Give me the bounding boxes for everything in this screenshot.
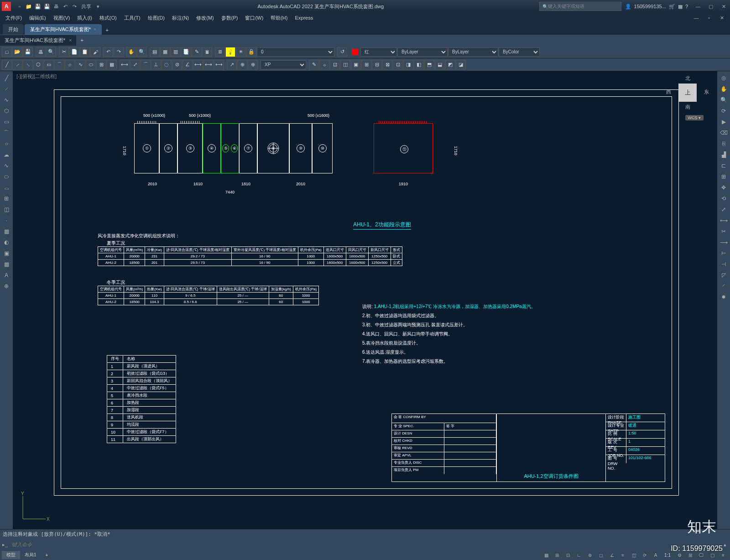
status-otrack-icon[interactable]: ∠ — [607, 551, 617, 559]
tool-dim-baseline-icon[interactable]: ⟷ — [203, 60, 214, 70]
pal-pline-icon[interactable]: ∿ — [1, 95, 11, 105]
tool-properties-icon[interactable]: ▤ — [150, 47, 160, 57]
qat-share-label[interactable]: 共享 — [79, 2, 93, 10]
tool-leader-icon[interactable]: ↗ — [227, 60, 237, 70]
tool-spline-icon[interactable]: ∿ — [75, 60, 85, 70]
tool-mod-5[interactable]: ▣ — [351, 60, 361, 70]
tool-rectangle-icon[interactable]: ▭ — [44, 60, 54, 70]
qat-saveas-icon[interactable]: 💾 — [43, 2, 51, 10]
tool-layer-on-icon[interactable]: 💡 — [225, 47, 235, 57]
menu-tools[interactable]: 工具(T) — [120, 15, 144, 21]
nav-orbit-icon[interactable]: ⟳ — [719, 106, 729, 116]
file-tab-close-icon[interactable]: × — [69, 37, 72, 43]
viewcube-face[interactable]: 上 — [678, 84, 697, 102]
pal-rect-icon[interactable]: ▭ — [1, 117, 11, 127]
file-tab[interactable]: 某生产车间HVAC系统套图*× — [0, 35, 77, 46]
pal-table-icon[interactable]: ▦ — [1, 259, 11, 269]
tool-redo-icon[interactable]: ↷ — [114, 47, 124, 57]
tool-copy-icon[interactable]: 📄 — [69, 47, 79, 57]
nav-zoom-icon[interactable]: 🔍 — [719, 95, 729, 105]
tool-mod-9[interactable]: ⊡ — [393, 60, 403, 70]
status-annotation-icon[interactable]: A — [651, 551, 661, 559]
tool-mod-6[interactable]: ⊞ — [361, 60, 371, 70]
tab-start[interactable]: 开始 — [3, 24, 24, 35]
mod-offset-icon[interactable]: ⊏ — [719, 161, 729, 171]
tool-pan-icon[interactable]: ✋ — [126, 47, 136, 57]
tool-hatch-icon[interactable]: ▦ — [107, 60, 117, 70]
tool-mod-4[interactable]: ◫ — [340, 60, 350, 70]
tool-layer-icon[interactable]: ≣ — [215, 47, 225, 57]
status-model-tab[interactable]: 模型 — [2, 551, 20, 559]
tool-xline-icon[interactable]: ⟋ — [12, 60, 22, 70]
tool-match-icon[interactable]: 🖌 — [90, 47, 100, 57]
tool-circle-icon[interactable]: ○ — [65, 60, 75, 70]
tool-mod-10[interactable]: ◨ — [403, 60, 413, 70]
viewport-label[interactable]: [-][俯视][二维线框] — [16, 73, 57, 80]
tool-dim-diameter-icon[interactable]: ⊘ — [172, 60, 182, 70]
status-layout1-tab[interactable]: 布局1 — [20, 551, 41, 559]
mod-extend-icon[interactable]: ⟶ — [719, 237, 729, 247]
status-add-tab[interactable]: + — [41, 552, 53, 559]
tool-mod-1[interactable]: ✎ — [309, 60, 319, 70]
wcs-label[interactable]: WCS ▾ — [685, 115, 704, 120]
tool-layer-freeze-icon[interactable]: ☀ — [236, 47, 246, 57]
status-scale-label[interactable]: 1:1 — [662, 553, 673, 558]
tool-dim-linear-icon[interactable]: ⟷ — [120, 60, 130, 70]
help-icon[interactable]: ? — [685, 4, 688, 9]
tool-line-icon[interactable]: ╱ — [2, 60, 12, 70]
mod-trim-icon[interactable]: ✂ — [719, 226, 729, 236]
command-icon[interactable]: ▸_ — [0, 542, 10, 548]
mod-stretch-icon[interactable]: ⟷ — [719, 215, 729, 225]
tool-layer-previous-icon[interactable]: ↺ — [337, 47, 347, 57]
user-icon[interactable]: 👤 — [625, 4, 631, 10]
tool-toolpalettes-icon[interactable]: ▥ — [171, 47, 181, 57]
plotstyle-dropdown[interactable]: ByColor — [499, 47, 540, 57]
tool-arc-icon[interactable]: ⌒ — [54, 60, 64, 70]
tool-save-icon[interactable]: 💾 — [23, 47, 33, 57]
doc-minimize-button[interactable]: — — [690, 13, 703, 22]
viewcube-east[interactable]: 东 — [704, 89, 709, 95]
help-search-input[interactable]: 🔍 键入关键字或短语 — [539, 2, 621, 11]
menu-view[interactable]: 视图(V) — [50, 15, 74, 21]
viewcube-north[interactable]: 北 — [685, 75, 690, 82]
menu-insert[interactable]: 插入(I) — [73, 15, 95, 21]
tool-mod-3[interactable]: ⊡ — [330, 60, 340, 70]
pal-insert-icon[interactable]: ⊞ — [1, 194, 11, 204]
tool-mod-11[interactable]: ◧ — [414, 60, 424, 70]
tool-dim-ordinate-icon[interactable]: ⊥ — [151, 60, 161, 70]
tool-dim-radius-icon[interactable]: ◌ — [162, 60, 172, 70]
status-cycling-icon[interactable]: ⟳ — [640, 551, 650, 559]
maximize-button[interactable]: ▢ — [704, 2, 717, 11]
qat-save-icon[interactable]: 💾 — [34, 2, 42, 10]
pal-line-icon[interactable]: ╱ — [1, 73, 11, 83]
menu-modify[interactable]: 修改(M) — [193, 15, 218, 21]
tool-ellipse-icon[interactable]: ⬭ — [86, 60, 96, 70]
tool-dim-quick-icon[interactable]: ⟷ — [193, 60, 203, 70]
tool-tolerance-icon[interactable]: ⊕ — [237, 60, 247, 70]
pal-ellipse-icon[interactable]: ⬭ — [1, 172, 11, 182]
pal-addselected-icon[interactable]: ⊕ — [1, 281, 11, 291]
tool-plot-icon[interactable]: 🖶 — [36, 47, 46, 57]
menu-express[interactable]: Express — [291, 15, 317, 21]
status-grid-icon[interactable]: ⊞ — [552, 551, 562, 559]
viewcube-south[interactable]: 南 — [685, 104, 690, 110]
tool-undo-icon[interactable]: ↶ — [103, 47, 113, 57]
file-tab-add[interactable]: + — [77, 36, 87, 45]
mod-copy-icon[interactable]: ⎘ — [719, 139, 729, 149]
tool-sheetset-icon[interactable]: 📑 — [181, 47, 191, 57]
qat-open-icon[interactable]: 📁 — [25, 2, 33, 10]
tool-center-icon[interactable]: ⊕ — [248, 60, 258, 70]
qat-redo-icon[interactable]: ↷ — [70, 2, 78, 10]
status-osnap-icon[interactable]: ◻ — [596, 551, 606, 559]
tool-mod-14[interactable]: ◩ — [445, 60, 455, 70]
tool-cut-icon[interactable]: ✂ — [59, 47, 69, 57]
menu-format[interactable]: 格式(O) — [96, 15, 120, 21]
lineweight-dropdown[interactable]: ByLayer — [448, 47, 498, 57]
mod-scale-icon[interactable]: ⤢ — [719, 204, 729, 215]
tool-designcenter-icon[interactable]: ▦ — [160, 47, 170, 57]
tab-add[interactable]: + — [103, 26, 111, 35]
nav-wheel-icon[interactable]: ◎ — [719, 73, 729, 83]
pal-block-icon[interactable]: ◫ — [1, 204, 11, 215]
menu-help[interactable]: 帮助(H) — [267, 15, 291, 21]
mod-explode-icon[interactable]: ✸ — [719, 292, 729, 302]
